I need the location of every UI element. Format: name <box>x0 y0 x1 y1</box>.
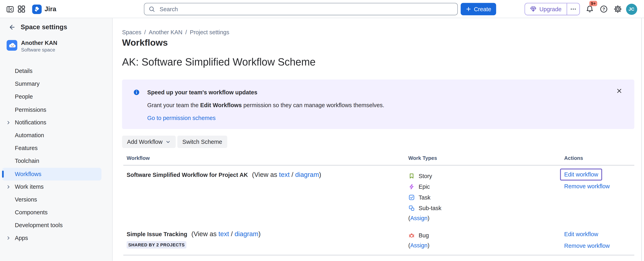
remove-workflow-link[interactable]: Remove workflow <box>564 182 634 190</box>
sidebar: Space settings Another KAN Software spac… <box>0 18 113 261</box>
space-name: Another KAN <box>21 40 57 46</box>
view-as-text-link[interactable]: text <box>279 171 290 178</box>
view-as-suffix: ) <box>319 171 321 178</box>
chevron-right-icon <box>6 236 11 241</box>
avatar-initials: JC <box>628 6 634 12</box>
info-icon <box>133 89 140 96</box>
scrollbar-track[interactable] <box>642 18 642 261</box>
sidebar-item-label: Features <box>15 145 38 151</box>
jira-logo-icon <box>32 4 42 14</box>
space-meta: Another KAN Software space <box>21 40 57 53</box>
top-nav: Jira Create Upgrade 9+ <box>0 0 644 18</box>
story-icon <box>408 173 415 179</box>
svg-text:?: ? <box>602 6 605 12</box>
notifications-button[interactable]: 9+ <box>584 3 596 15</box>
permission-schemes-link[interactable]: Go to permission schemes <box>147 115 216 121</box>
sidebar-item-work-items[interactable]: Work items <box>2 181 102 193</box>
work-type-epic: Epic <box>408 181 561 192</box>
work-types-cell: Bug (Assign) <box>405 225 561 250</box>
sidebar-item-notifications[interactable]: Notifications <box>2 116 102 129</box>
sidebar-item-label: Summary <box>15 80 40 87</box>
space-avatar-icon <box>6 40 17 51</box>
subtask-icon <box>408 205 415 212</box>
create-button[interactable]: Create <box>460 3 496 15</box>
search-input[interactable] <box>159 5 453 13</box>
view-as-diagram-link[interactable]: diagram <box>295 171 319 178</box>
workflows-table: Workflow Work Types Actions Software Sim… <box>123 155 634 256</box>
work-type-task: Task <box>408 192 561 203</box>
work-type-label: Story <box>418 173 432 179</box>
breadcrumb-space[interactable]: Another KAN <box>149 29 182 35</box>
search-box[interactable] <box>144 3 458 15</box>
upgrade-split-button: Upgrade <box>524 3 580 15</box>
actions-cell: Edit workflow Remove workflow <box>561 225 634 250</box>
sidebar-item-features[interactable]: Features <box>2 142 102 155</box>
upgrade-label: Upgrade <box>539 6 562 12</box>
sidebar-item-apps[interactable]: Apps <box>2 232 102 245</box>
create-label: Create <box>474 6 491 12</box>
chevron-down-icon <box>165 139 171 144</box>
premium-gem-icon <box>530 6 536 12</box>
help-button[interactable]: ? <box>598 3 609 15</box>
app-switcher-button[interactable] <box>16 3 27 15</box>
switch-scheme-button[interactable]: Switch Scheme <box>178 136 227 148</box>
view-as-diagram-link[interactable]: diagram <box>234 230 258 237</box>
work-type-label: Epic <box>418 184 430 190</box>
sidebar-item-people[interactable]: People <box>2 90 102 103</box>
breadcrumb-spaces[interactable]: Spaces <box>122 29 141 35</box>
collapse-sidebar-button[interactable] <box>4 3 16 15</box>
gear-icon <box>614 5 622 13</box>
help-icon: ? <box>600 5 608 13</box>
banner-content: Speed up your team's workflow updates Gr… <box>147 88 384 122</box>
sidebar-item-components[interactable]: Components <box>2 206 102 219</box>
sidebar-item-label: Components <box>15 209 48 216</box>
close-icon <box>616 87 622 94</box>
sidebar-item-workflows[interactable]: Workflows <box>2 167 102 180</box>
banner-close-button[interactable] <box>616 87 623 94</box>
breadcrumb-project-settings[interactable]: Project settings <box>190 29 229 35</box>
settings-button[interactable] <box>612 3 623 15</box>
sidebar-item-versions[interactable]: Versions <box>2 193 102 206</box>
remove-workflow-link[interactable]: Remove workflow <box>564 242 634 250</box>
sidebar-item-label: People <box>15 93 33 100</box>
sidebar-item-details[interactable]: Details <box>2 65 102 77</box>
work-type-story: Story <box>408 171 561 181</box>
sidebar-item-summary[interactable]: Summary <box>2 77 102 90</box>
banner-body-suffix: permission so they can manage workflows … <box>242 102 384 108</box>
sidebar-item-automation[interactable]: Automation <box>2 129 102 142</box>
plus-icon <box>466 6 472 12</box>
assign-line: (Assign) <box>408 241 561 249</box>
view-as-text-link[interactable]: text <box>218 230 229 237</box>
sidebar-item-label: Work items <box>15 183 44 190</box>
jira-brand[interactable]: Jira <box>32 4 56 14</box>
assign-line: (Assign) <box>408 214 561 222</box>
sidebar-item-label: Workflows <box>15 170 41 177</box>
page-title: Workflows <box>122 37 634 49</box>
add-workflow-button[interactable]: Add Workflow <box>122 136 176 148</box>
app-name: Jira <box>44 5 56 13</box>
banner-body-bold: Edit Workflows <box>200 102 242 108</box>
view-as: (View as text / diagram) <box>252 171 321 178</box>
chevron-right-icon <box>6 184 11 190</box>
app-switcher-grid-icon <box>18 5 25 13</box>
edit-workflow-link[interactable]: Edit workflow <box>564 170 598 179</box>
sidebar-item-permissions[interactable]: Permissions <box>2 103 102 116</box>
assign-link[interactable]: Assign <box>410 242 428 249</box>
task-icon <box>408 194 415 201</box>
view-as-suffix: ) <box>258 230 260 237</box>
view-as-separator: / <box>290 171 295 178</box>
workflow-toolbar: Add Workflow Switch Scheme <box>122 136 634 148</box>
switch-scheme-label: Switch Scheme <box>182 138 222 145</box>
sidebar-item-toolchain[interactable]: Toolchain <box>2 155 102 167</box>
assign-link[interactable]: Assign <box>410 215 428 221</box>
table-row: Software Simplified Workflow for Project… <box>123 166 634 225</box>
upgrade-more-button[interactable] <box>566 3 579 15</box>
upgrade-button[interactable]: Upgrade <box>525 3 566 15</box>
profile-avatar[interactable]: JC <box>626 3 637 15</box>
edit-workflow-link[interactable]: Edit workflow <box>564 230 634 238</box>
sidebar-header: Space settings <box>0 18 112 32</box>
back-button[interactable] <box>8 23 16 32</box>
banner-body: Grant your team the Edit Workflows permi… <box>147 101 384 109</box>
view-as-separator: / <box>229 230 234 237</box>
sidebar-item-development-tools[interactable]: Development tools <box>2 219 102 232</box>
